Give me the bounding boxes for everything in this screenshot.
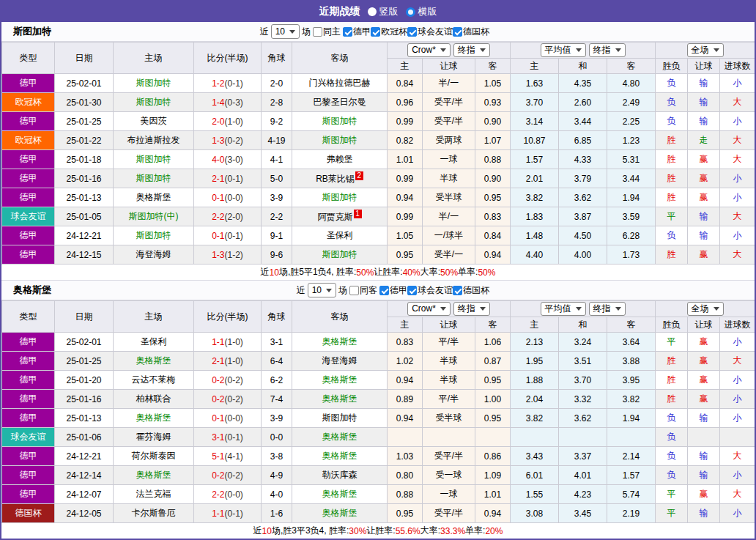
result-handicap: 赢 (688, 371, 720, 390)
match-score: 1-1(0-1) (194, 504, 262, 523)
col-away: 客场 (292, 42, 388, 74)
league-filter-德甲[interactable]: 德甲 (343, 26, 371, 38)
away-team-name: 斯图加特 (322, 249, 357, 259)
avg-home: 2.01 (511, 169, 559, 188)
home-team: 美因茨 (114, 112, 194, 131)
halftime-score: (0-2) (225, 136, 243, 146)
result-outcome: 平 (656, 504, 688, 523)
result-outcome: 胜 (656, 352, 688, 371)
avg-select[interactable]: 平均值 (541, 302, 586, 316)
same-venue-filter[interactable]: 同主 (313, 26, 341, 38)
league-filter-德甲[interactable]: 德甲 (379, 284, 407, 297)
matches-label: 场 (302, 26, 311, 38)
match-score: 2-1(1-0) (194, 352, 262, 371)
odds-away: 0.90 (475, 169, 511, 188)
halftime-score: (0-0) (225, 193, 243, 203)
avg-final-select[interactable]: 终指 (589, 302, 626, 316)
result-outcome: 负 (656, 428, 688, 447)
chevron-down-icon (714, 48, 719, 52)
home-team: 斯图加特 (114, 74, 194, 93)
match-count-select[interactable]: 10 (308, 283, 336, 297)
odds-home: 0.99 (388, 112, 423, 131)
odds-final-select[interactable]: 终指 (453, 43, 490, 57)
odds-home: 0.94 (388, 409, 423, 428)
league-filter-球会友谊[interactable]: 球会友谊 (407, 284, 453, 297)
odds-home: 0.99 (388, 207, 423, 226)
scope-group: 全场 (656, 42, 755, 59)
home-team-name: 奥格斯堡 (136, 192, 171, 202)
halftime-score: (0-0) (225, 489, 243, 500)
home-team: 圣保利 (114, 333, 194, 352)
scope-group: 全场 (656, 301, 755, 317)
match-date: 24-12-07 (55, 485, 114, 504)
odds-home: 0.95 (388, 245, 423, 265)
avg-draw: 3.24 (559, 333, 607, 352)
home-team: 奥格斯堡 (114, 188, 194, 207)
section-filter-bar: 奥格斯堡 近 10 场 同客 德甲球会友谊德国杯 (1, 281, 755, 300)
odds-away: 1.06 (475, 333, 511, 352)
halftime-score: (0-1) (225, 78, 243, 89)
match-count-select[interactable]: 10 (271, 24, 300, 39)
home-team-name: 卡尔斯鲁厄 (132, 508, 176, 518)
away-team-name: 斯图加特 (322, 116, 357, 126)
halftime-score: (1-0) (225, 356, 243, 366)
odds-handicap: 半球 (423, 371, 475, 390)
odds-home: 0.82 (388, 131, 423, 150)
same-venue-filter[interactable]: 同客 (349, 284, 377, 297)
league-filter-欧冠杯[interactable]: 欧冠杯 (371, 26, 407, 38)
odds-home: 0.94 (388, 188, 423, 207)
avg-home: 4.40 (511, 245, 559, 265)
radio-icon (368, 7, 377, 16)
col-odds-home: 主 (388, 317, 423, 333)
odds-source-select[interactable]: Crow* (407, 43, 451, 57)
avg-home: 1.48 (511, 226, 559, 245)
away-team: 弗赖堡 (292, 150, 388, 169)
odds-away: 0.95 (475, 188, 511, 207)
result-outcome: 胜 (656, 245, 688, 265)
layout-radio-horizontal[interactable]: 横版 (406, 5, 437, 18)
odds-handicap: 半/一 (423, 207, 475, 226)
result-outcome: 负 (656, 447, 688, 466)
league-label: 球会友谊 (418, 284, 453, 297)
avg-select[interactable]: 平均值 (541, 43, 586, 57)
odds-away: 0.84 (475, 226, 511, 245)
match-score: 0-1(0-0) (194, 409, 262, 428)
checkbox-icon (407, 27, 417, 37)
col-avg-home: 主 (511, 317, 559, 333)
league-filter-德国杯[interactable]: 德国杯 (453, 26, 489, 38)
result-handicap: 输 (688, 207, 720, 226)
odds-away: 0.83 (475, 207, 511, 226)
odds-final-select[interactable]: 终指 (453, 302, 490, 316)
corner-score: 3-1 (262, 333, 292, 352)
match-date: 25-01-13 (55, 188, 114, 207)
away-team: 斯图加特 (292, 112, 388, 131)
away-team: 奥格斯堡 (292, 333, 388, 352)
filters: 近 10 场 同主 德甲欧冠杯球会友谊德国杯 (260, 24, 489, 39)
league-filter-球会友谊[interactable]: 球会友谊 (407, 26, 453, 38)
match-score: 1-2(0-1) (194, 74, 262, 93)
avg-final-select[interactable]: 终指 (589, 43, 626, 57)
result-handicap: 赢 (688, 390, 720, 409)
odds-home: 0.84 (388, 74, 423, 93)
scope-select[interactable]: 全场 (687, 43, 724, 57)
home-team-name: 斯图加特 (136, 230, 171, 240)
near-label: 近 (260, 26, 269, 38)
scope-select[interactable]: 全场 (687, 302, 724, 316)
match-date: 25-01-05 (55, 207, 114, 226)
odds-source-select[interactable]: Crow* (407, 302, 451, 316)
league-badge: 德甲 (2, 390, 55, 409)
home-team: 布拉迪斯拉发 (114, 131, 194, 150)
avg-home: 3.70 (511, 93, 559, 112)
avg-home: 1.57 (511, 150, 559, 169)
league-badge: 德甲 (2, 447, 55, 466)
league-badge: 欧冠杯 (2, 93, 55, 112)
result-handicap: 赢 (688, 352, 720, 371)
odds-home: 1.05 (388, 226, 423, 245)
away-team: 斯图加特 (292, 409, 388, 428)
league-filter-德国杯[interactable]: 德国杯 (453, 284, 489, 297)
result-outcome: 胜 (656, 150, 688, 169)
avg-away: 3.59 (607, 207, 656, 226)
layout-radio-vertical[interactable]: 竖版 (368, 5, 399, 18)
result-handicap (688, 428, 720, 447)
result-goals: 小 (720, 390, 755, 409)
